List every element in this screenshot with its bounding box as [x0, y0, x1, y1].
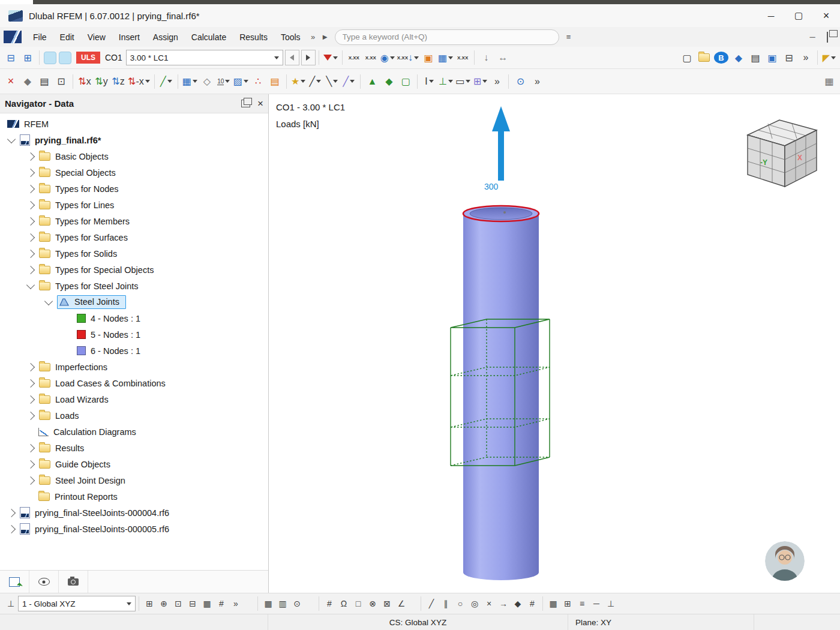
print-icon[interactable]: ⊟ — [781, 50, 797, 65]
data-navigator-tab[interactable] — [0, 571, 29, 593]
menu-view[interactable]: View — [81, 29, 112, 46]
maximize-button[interactable]: ▢ — [785, 4, 812, 27]
move-z-icon[interactable]: ⇅z — [110, 74, 127, 89]
package-icon[interactable]: ▣ — [420, 50, 437, 65]
node-point[interactable] — [503, 211, 506, 214]
ortho-mode-icon[interactable]: □ — [351, 596, 365, 611]
tree-item-results[interactable]: Results — [0, 440, 268, 456]
insert-member-icon[interactable]: ⊡ — [171, 596, 185, 611]
surface-color-icon[interactable]: ▨ — [232, 74, 250, 89]
tree-item-printout-reports[interactable]: Printout Reports — [0, 488, 268, 505]
angle-snap-icon[interactable]: ∠ — [394, 596, 409, 611]
search-input[interactable] — [341, 32, 553, 42]
chevron-right-icon[interactable] — [26, 379, 35, 387]
tree-item-load-cases-combinations[interactable]: Load Cases & Combinations — [0, 375, 268, 391]
load-case-combobox[interactable]: 3.00 * LC1 — [126, 50, 283, 65]
insert-line-icon[interactable]: ⊕ — [157, 596, 171, 611]
chevron-right-icon[interactable] — [7, 508, 16, 517]
chevron-right-icon[interactable] — [26, 362, 35, 371]
workspace-swatch-2[interactable] — [59, 52, 71, 64]
new-opening-icon[interactable]: ▢ — [397, 74, 414, 89]
extension-snap-icon[interactable]: → — [496, 596, 511, 611]
tree-item-joint-6[interactable]: 6 - Nodes : 1 — [0, 343, 268, 359]
delete-results-icon[interactable]: × — [2, 74, 19, 89]
chevron-right-icon[interactable] — [26, 476, 35, 484]
edit-parameters-icon[interactable]: ⊟ — [185, 596, 200, 611]
load-arrow[interactable]: 300 — [484, 106, 510, 191]
snap-settings-icon[interactable]: # — [214, 596, 229, 611]
center-snap-icon[interactable]: ◎ — [467, 596, 482, 611]
tree-item-guide-objects[interactable]: Guide Objects — [0, 456, 268, 472]
guideline-grid-icon[interactable]: ▦ — [546, 596, 560, 611]
chevron-right-icon[interactable] — [26, 460, 35, 468]
chevron-right-icon[interactable] — [26, 233, 35, 241]
menu-overflow-icon[interactable]: » — [307, 32, 319, 41]
results-filter-icon[interactable] — [322, 50, 339, 65]
nav-forward-icon[interactable]: ► — [319, 32, 331, 41]
chevron-right-icon[interactable] — [26, 217, 35, 225]
document-restore-icon[interactable] — [827, 32, 828, 42]
menu-file[interactable]: File — [26, 29, 53, 46]
cylinder-member[interactable] — [463, 206, 539, 580]
new-member-icon[interactable]: ╱ — [340, 74, 357, 89]
result-grid-icon[interactable]: ▦ — [261, 596, 275, 611]
fe-mesh-icon[interactable]: ∴ — [250, 74, 266, 89]
new-node-icon[interactable]: ★ — [290, 74, 307, 89]
midpoint-snap-icon[interactable]: ◆ — [511, 596, 525, 611]
table-manager-icon[interactable]: ▦ — [821, 74, 838, 89]
result-values-icon[interactable]: X.XX↓ — [396, 50, 420, 65]
global-numbering-icon[interactable]: X.XX — [346, 50, 362, 65]
close-panel-icon[interactable]: × — [257, 98, 263, 110]
tree-item-project[interactable]: prying_final.rf6* — [0, 132, 268, 148]
menu-insert[interactable]: Insert — [112, 29, 146, 46]
measure-icon[interactable]: ↔ — [494, 50, 511, 65]
disable-snap-icon[interactable]: ⊗ — [365, 596, 380, 611]
object-snap-icon[interactable]: Ω — [337, 596, 351, 611]
box-select-icon[interactable]: ⊠ — [380, 596, 394, 611]
user-avatar[interactable] — [765, 541, 805, 581]
float-panel-icon[interactable] — [241, 100, 250, 107]
chevron-right-icon[interactable] — [26, 411, 35, 419]
chevron-down-icon[interactable] — [26, 281, 35, 289]
statusbar-plane[interactable]: Plane: XY — [568, 614, 754, 630]
edit-table-icon[interactable]: ▦ — [200, 596, 214, 611]
new-stiffener-icon[interactable]: ⊥ — [437, 74, 454, 89]
dock-bottom-icon[interactable]: ⊞ — [19, 50, 36, 65]
menu-assign[interactable]: Assign — [146, 29, 185, 46]
new-line-icon[interactable]: ╱ — [307, 74, 323, 89]
insert-node-icon[interactable]: ⊞ — [142, 596, 157, 611]
result-table-icon[interactable]: ▦ — [437, 50, 454, 65]
insert-overflow-icon[interactable]: » — [488, 74, 505, 89]
tree-item-types-for-nodes[interactable]: Types for Nodes — [0, 181, 268, 197]
chevron-right-icon[interactable] — [26, 168, 35, 176]
tree-item-types-for-lines[interactable]: Types for Lines — [0, 197, 268, 213]
chevron-right-icon[interactable] — [26, 200, 35, 209]
tree-item-steeljoints-file-5[interactable]: prying_final-SteelJoints-000005.rf6 — [0, 521, 268, 537]
parallel-snap-icon[interactable]: ∥ — [439, 596, 453, 611]
line-snap-icon[interactable]: ╱ — [424, 596, 439, 611]
tree-item-types-for-solids[interactable]: Types for Solids — [0, 245, 268, 262]
point-snap-icon[interactable]: ○ — [453, 596, 467, 611]
new-polyline-icon[interactable]: ╲ — [323, 74, 340, 89]
tree-item-calculation-diagrams[interactable]: Calculation Diagrams — [0, 424, 268, 440]
tree-item-types-for-members[interactable]: Types for Members — [0, 213, 268, 229]
menu-results[interactable]: Results — [233, 29, 274, 46]
new-surface-icon[interactable]: ▲ — [364, 74, 380, 89]
tree-item-loads[interactable]: Loads — [0, 407, 268, 424]
export-graphic-icon[interactable]: ↓ — [478, 50, 494, 65]
chevron-right-icon[interactable] — [7, 524, 16, 533]
move-y-icon[interactable]: ⇅y — [93, 74, 110, 89]
new-model-icon[interactable]: ▢ — [679, 50, 695, 65]
chevron-right-icon[interactable] — [26, 443, 35, 452]
search-options-icon[interactable]: ≡ — [563, 32, 575, 41]
tree-item-steeljoints-file-4[interactable]: prying_final-SteelJoints-000004.rf6 — [0, 505, 268, 521]
work-plane-icon[interactable]: ⊞ — [560, 596, 575, 611]
dimension-snap-icon[interactable]: ─ — [589, 596, 604, 611]
tree-item-types-for-steel-joints[interactable]: Types for Steel Joints — [0, 278, 268, 294]
chevron-right-icon[interactable] — [26, 395, 35, 403]
cube-front-label[interactable]: -Y — [760, 158, 767, 167]
add-comment-icon[interactable]: ▤ — [36, 74, 53, 89]
workspace-swatch-1[interactable] — [44, 52, 56, 64]
plausibility-check-icon[interactable]: ⊙ — [512, 74, 529, 89]
clipping-box-icon[interactable]: ⊙ — [290, 596, 304, 611]
